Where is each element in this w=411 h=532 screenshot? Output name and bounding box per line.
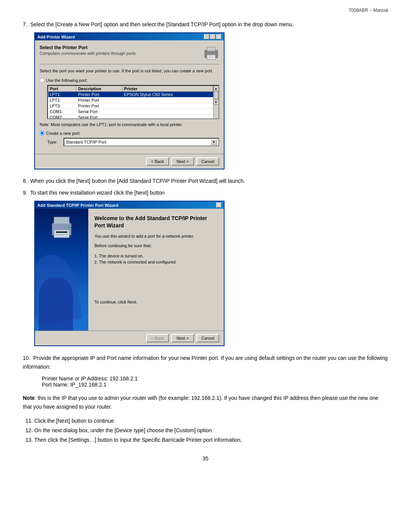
dialog1-header: Select the Printer Port [40,45,137,50]
printer-icon [203,45,219,61]
port-lpt1: LPT1: [48,92,76,97]
steps-11-13: Click the [Next] button to continue On t… [34,417,388,444]
type-label: Type: [47,140,61,144]
note-label: Note [23,395,35,401]
step-10-number: 10. [23,355,30,361]
scroll-down-arrow[interactable]: ▼ [213,99,219,105]
printer-info-line2: Port Name: IP_192.168.2.1 [42,382,388,388]
svg-point-11 [67,226,70,228]
table-row[interactable]: COM2: Serial Port [48,115,213,120]
step-12: On the next dialog box, under the [Devic… [34,427,388,435]
dialog2-back-button[interactable]: < Back [146,334,169,342]
port-lpt3: LPT3: [48,103,76,109]
step-7-content: Select the [Create a New Port] option an… [30,21,293,27]
close-button[interactable]: × [216,34,221,39]
desc-com1: Serial Port [76,109,123,115]
port-lpt2: LPT2: [48,97,76,103]
step-9-content: To start this new installation wizard cl… [30,190,164,196]
svg-rect-10 [56,234,67,235]
table-row[interactable]: LPT2: Printer Port [48,97,213,103]
step-13-text: Then click the [Settings…] button to inp… [34,437,242,443]
step-13: Then click the [Settings…] button to inp… [34,436,388,444]
cancel-button[interactable]: Cancel [196,157,219,166]
note-text-content: : this is the IP that you use to admin y… [23,395,378,409]
scroll-up-arrow[interactable]: ▲ [213,86,219,91]
type-dropdown[interactable]: Standard TCP/IP Port ▼ [64,138,219,146]
wizard-body: Welcome to the Add Standard TCP/IP Print… [35,209,224,331]
dialog1-desc: Select the port you want your printer to… [40,68,219,74]
printer-info-line1: Printer Name or IP Address: 192.168.2.1 [42,375,388,382]
step-11-text: Click the [Next] button to continue [34,418,114,424]
create-port-radio[interactable] [40,131,45,136]
svg-rect-9 [56,232,67,233]
printer-lpt2 [123,97,213,103]
step-12-text: On the next dialog box, under the [Devic… [34,427,212,433]
type-row: Type: Standard TCP/IP Port ▼ [47,138,219,146]
port-note: Note: Most computers use the LPT1: port … [40,122,219,127]
dialog2-cancel-button[interactable]: Cancel [196,334,219,342]
table-row[interactable]: LPT1: Printer Port EPSON Stylus C60 Seri… [48,92,213,97]
col-printer: Printer [123,86,213,92]
printer-lpt3 [123,103,213,109]
svg-rect-4 [208,57,214,58]
title-buttons: _ □ × [204,34,221,39]
svg-rect-3 [208,56,214,56]
dialog1-titlebar: Add Printer Wizard _ □ × [35,33,224,40]
wizard-title: Welcome to the Add Standard TCP/IP Print… [94,215,218,228]
dialog2-titlebar: Add Standard TCP/IP Printer Port Wizard … [35,201,224,209]
dialog1-footer: < Back Next > Cancel [35,154,224,169]
svg-rect-1 [207,47,215,51]
page-header: 7008ABR – Manual [23,8,388,13]
use-port-radio[interactable] [40,78,45,83]
scroll-thumb[interactable] [214,91,218,99]
use-following-port-option[interactable]: Use the following port: [40,78,219,83]
port-table: Port Description Printer LPT1: Printer P… [48,86,213,119]
desc-lpt3: Printer Port [76,103,123,109]
dialog1-body: Select the Printer Port Computers commun… [35,40,224,154]
step-9-text: 9. To start this new installation wizard… [23,189,388,197]
back-button[interactable]: < Back [146,157,169,166]
wizard-left-panel [35,209,88,331]
scrollbar[interactable]: ▲ ▼ [213,86,218,119]
dialog2-next-button[interactable]: Next > [171,334,194,342]
step-7-number: 7. [23,21,27,27]
wizard-continue-text: To continue, click Next. [94,300,218,304]
step-9-number: 9. [23,190,27,196]
dialog2-close-button[interactable]: × [216,203,221,208]
dialog1-header-section: Select the Printer Port Computers commun… [40,45,219,64]
wizard-right-panel: Welcome to the Add Standard TCP/IP Print… [88,209,224,331]
step-10-content: Provide the appropriate IP and Port name… [23,355,388,369]
wizard-printer-icon [46,212,77,244]
dropdown-arrow-icon[interactable]: ▼ [211,139,217,145]
dialog1-header-text: Select the Printer Port Computers commun… [40,45,137,56]
table-row[interactable]: COM1: Serial Port [48,109,213,115]
minimize-button[interactable]: _ [204,34,209,39]
dialog1-subheader: Computers communicate with printers thro… [40,51,137,56]
table-row[interactable]: LPT3: Printer Port [48,103,213,109]
port-with-scroll: Port Description Printer LPT1: Printer P… [48,86,218,119]
tcp-ip-wizard-dialog: Add Standard TCP/IP Printer Port Wizard … [34,201,225,346]
page-number: 35 [23,455,388,462]
create-new-port-option[interactable]: Create a new port: [40,131,219,136]
step-7-text: 7. Select the [Create a New Port] option… [23,21,388,29]
step-11: Click the [Next] button to continue [34,417,388,425]
steps-8-9: 8. When you click the [Next] button the … [23,177,388,346]
desc-lpt1: Printer Port [76,92,123,97]
maximize-button[interactable]: □ [210,34,215,39]
printer-info: Printer Name or IP Address: 192.168.2.1 … [42,375,388,388]
create-port-label: Create a new port: [46,131,81,136]
wizard-checklist: 1. The device is turned on. 2. The netwo… [94,253,218,265]
port-table-container: Port Description Printer LPT1: Printer P… [47,85,219,119]
desc-com2: Serial Port [76,115,123,120]
desc-lpt2: Printer Port [76,97,123,103]
svg-rect-7 [54,217,69,224]
dialog2-title-buttons: × [216,203,221,208]
step-8-text: 8. When you click the [Next] button the … [23,177,388,185]
printer-lpt1: EPSON Stylus C60 Series [123,92,213,97]
type-value: Standard TCP/IP Port [66,140,106,144]
use-port-label: Use the following port: [46,78,88,83]
step-10-text: 10. Provide the appropriate IP and Port … [23,354,388,371]
svg-point-5 [215,53,217,54]
port-com2: COM2: [48,115,76,120]
next-button[interactable]: Next > [171,157,194,166]
